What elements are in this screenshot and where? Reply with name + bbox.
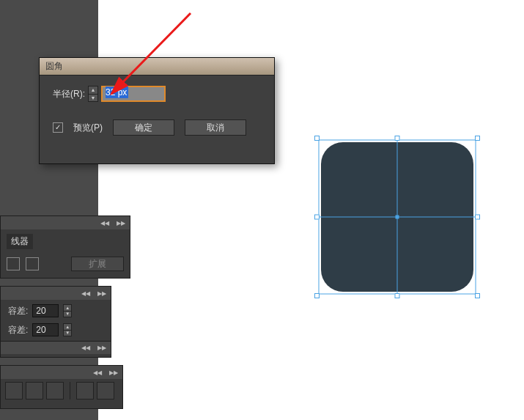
expand-button[interactable]: 扩展 (71, 257, 124, 271)
align-tool-icon[interactable] (5, 382, 23, 399)
pathfinder-panel: ◀◀ ▶▶ 线器 扩展 (0, 215, 130, 279)
tolerance-input[interactable]: 20 (32, 323, 59, 336)
radius-input[interactable]: 32 px (101, 86, 166, 102)
pathfinder-minus-front-icon[interactable] (26, 257, 39, 270)
selection-handle-bottom-left[interactable] (314, 293, 320, 298)
selection-handle-bottom-right[interactable] (475, 293, 480, 298)
tolerance-row: 容差: 20 ▲▼ (8, 323, 103, 336)
tolerance-label: 容差: (8, 324, 28, 336)
align-panel: ◀◀ ▶▶ (0, 365, 123, 409)
selection-handle-top-left[interactable] (314, 136, 320, 141)
radius-label: 半径(R): (53, 88, 85, 100)
stepper-down-icon[interactable]: ▼ (89, 95, 97, 102)
panel-collapse-left-icon[interactable]: ◀◀ (81, 290, 90, 297)
align-tool-icon[interactable] (97, 382, 114, 399)
align-tool-icon[interactable] (46, 382, 64, 399)
preview-checkbox[interactable]: ✓ (53, 122, 63, 133)
align-tool-icon[interactable] (76, 382, 94, 399)
stepper-up-icon[interactable]: ▲ (89, 86, 97, 95)
tolerance-stepper[interactable]: ▲▼ (63, 323, 72, 336)
selection-handle-top-mid[interactable] (395, 136, 400, 141)
panel-collapse-left-icon[interactable]: ◀◀ (81, 345, 90, 351)
divider (70, 382, 70, 399)
selection-handle-bottom-mid[interactable] (395, 293, 400, 298)
selection-center-point (396, 215, 399, 219)
round-corners-dialog: 圆角 半径(R): ▲ ▼ 32 px ✓ 预览(P) 确定 取消 (39, 57, 275, 164)
selection-handle-top-right[interactable] (475, 136, 480, 141)
tolerance-stepper[interactable]: ▲▼ (63, 304, 72, 317)
pathfinder-tab-label[interactable]: 线器 (7, 234, 33, 249)
panel-collapse-right-icon[interactable]: ▶▶ (117, 220, 125, 226)
dialog-title[interactable]: 圆角 (40, 58, 274, 75)
preview-label: 预览(P) (73, 122, 103, 134)
ok-button[interactable]: 确定 (113, 119, 174, 136)
tolerance-label: 容差: (8, 305, 28, 317)
radius-input-value: 32 px (106, 86, 128, 98)
panel-collapse-left-icon[interactable]: ◀◀ (93, 369, 102, 376)
tolerance-row: 容差: 20 ▲▼ (8, 304, 103, 317)
selection-bounding-box (317, 138, 478, 296)
panel-collapse-right-icon[interactable]: ▶▶ (97, 290, 106, 297)
selection-handle-mid-right[interactable] (475, 215, 480, 220)
pathfinder-unite-icon[interactable] (7, 257, 20, 270)
align-tool-icon[interactable] (26, 382, 43, 399)
tolerance-input[interactable]: 20 (32, 304, 59, 317)
selection-handle-mid-left[interactable] (314, 215, 320, 220)
panel-collapse-right-icon[interactable]: ▶▶ (97, 345, 106, 351)
radius-stepper[interactable]: ▲ ▼ (88, 86, 98, 102)
panel-collapse-right-icon[interactable]: ▶▶ (109, 369, 118, 376)
cancel-button[interactable]: 取消 (185, 119, 246, 136)
tolerance-panel: ◀◀ ▶▶ 容差: 20 ▲▼ 容差: 20 ▲▼ ◀◀ ▶▶ (0, 286, 111, 358)
panel-collapse-left-icon[interactable]: ◀◀ (100, 220, 109, 226)
